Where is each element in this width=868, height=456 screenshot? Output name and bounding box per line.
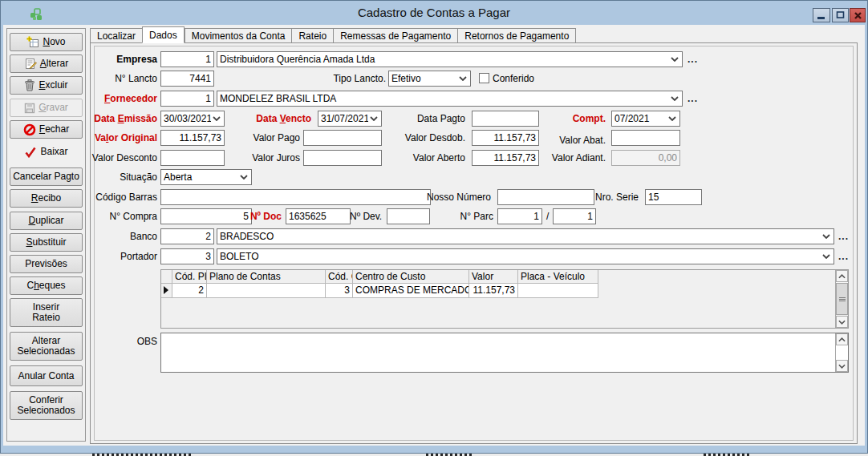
previsoes-button[interactable]: Previsões <box>10 255 83 273</box>
n-parc-field-2[interactable] <box>553 208 596 224</box>
nro-serie-label: Nro. Serie <box>586 189 639 205</box>
portador-label: Portador <box>88 248 157 264</box>
data-vencto-picker[interactable]: 31/07/2021 <box>318 111 382 127</box>
alterar-selecionadas-button[interactable]: Alterar Selecionadas <box>10 332 83 361</box>
grid-scroll-up-button[interactable] <box>836 270 848 282</box>
n-dev-label: Nº Dev. <box>350 208 382 224</box>
portador-combobox[interactable]: BOLETO <box>217 248 834 264</box>
alterar-label: Alterar <box>40 59 68 69</box>
valor-aberto-field[interactable] <box>472 150 539 166</box>
delete-icon <box>24 79 35 91</box>
tab-rateio[interactable]: Rateio <box>291 28 333 43</box>
n-lancto-label: N° Lancto <box>88 71 157 87</box>
n-doc-label: Nº Doc <box>242 208 282 224</box>
obs-scroll-down-button[interactable] <box>836 360 848 372</box>
obs-scroll-up-button[interactable] <box>836 333 848 345</box>
portador-browse-button[interactable]: ... <box>838 252 849 261</box>
n-lancto-field[interactable] <box>160 71 214 87</box>
conferido-label: Conferido <box>493 71 534 87</box>
grid-header-cod-c[interactable]: Cód. C <box>326 270 353 284</box>
grid-scrollbar[interactable] <box>835 270 848 328</box>
valor-juros-field[interactable] <box>303 150 382 166</box>
fornecedor-combobox[interactable]: MONDELEZ BRASIL LTDA <box>217 91 683 107</box>
valor-abat-field[interactable] <box>611 130 680 146</box>
gravar-button[interactable]: Gravar <box>10 99 83 117</box>
n-doc-field[interactable] <box>286 208 351 224</box>
alterar-button[interactable]: Alterar <box>10 54 83 73</box>
anular-conta-button[interactable]: Anular Conta <box>10 365 83 386</box>
n-compra-field[interactable] <box>160 208 252 224</box>
substituir-button[interactable]: Substituir <box>10 233 83 252</box>
chevron-down-icon <box>668 116 676 121</box>
grid-scroll-thumb[interactable] <box>836 283 848 315</box>
empresa-combobox[interactable]: Distribuidora Querência Amada Ltda <box>217 51 683 67</box>
compt-picker[interactable]: 07/2021 <box>611 111 680 127</box>
conferido-checkbox[interactable] <box>479 73 489 83</box>
cell-centro-de-custo[interactable]: COMPRAS DE MERCADORIAS <box>353 284 469 298</box>
banco-browse-button[interactable]: ... <box>838 232 849 241</box>
anular-conta-label: Anular Conta <box>18 371 74 381</box>
obs-textarea[interactable] <box>160 333 849 373</box>
grid-data-row[interactable]: 2 3 COMPRAS DE MERCADORIAS 11.157,73 <box>161 284 848 298</box>
n-parc-field-1[interactable] <box>497 208 542 224</box>
situacao-combobox[interactable]: Aberta <box>160 169 252 185</box>
new-record-icon <box>26 36 39 48</box>
valor-juros-label: Valor Juros <box>237 150 300 166</box>
fechar-button[interactable]: Fechar <box>10 120 83 139</box>
empresa-code-field[interactable] <box>160 51 214 67</box>
baixar-button[interactable]: Baixar <box>10 143 83 161</box>
duplicar-button[interactable]: Duplicar <box>10 212 83 230</box>
cell-placa-veiculo[interactable] <box>518 284 598 298</box>
alterar-selecionadas-label: Alterar Selecionadas <box>13 336 80 357</box>
banco-code-field[interactable] <box>160 228 214 244</box>
excluir-label: Excluir <box>39 80 67 91</box>
inserir-rateio-button[interactable]: Inserir Rateio <box>10 298 83 327</box>
grid-header-valor[interactable]: Valor <box>469 270 518 284</box>
n-dev-field[interactable] <box>387 208 430 224</box>
edit-icon <box>24 58 37 70</box>
maximize-button[interactable] <box>832 8 849 22</box>
excluir-button[interactable]: Excluir <box>10 76 83 95</box>
cell-valor[interactable]: 11.157,73 <box>469 284 518 298</box>
fornecedor-code-field[interactable] <box>160 91 214 107</box>
valor-desconto-field[interactable] <box>160 150 225 166</box>
cheques-button[interactable]: Cheques <box>10 276 83 295</box>
valor-pago-field[interactable] <box>303 130 382 146</box>
obs-label: OBS <box>88 333 157 349</box>
grid-header-cod-pl[interactable]: Cód. PL <box>172 270 207 284</box>
tab-dados[interactable]: Dados <box>142 26 185 43</box>
n-parc-separator: / <box>546 208 549 224</box>
window-title: Cadastro de Contas a Pagar <box>1 6 867 19</box>
nro-serie-field[interactable] <box>645 189 702 205</box>
valor-desdob-field[interactable] <box>472 130 539 146</box>
thumb-grip-icon <box>839 297 846 301</box>
cell-cod-pl[interactable]: 2 <box>172 284 207 298</box>
empresa-browse-button[interactable]: ... <box>688 54 698 64</box>
recibo-button[interactable]: Recibo <box>10 189 83 208</box>
tab-retornos-de-pagamento[interactable]: Retornos de Pagamento <box>457 28 576 43</box>
valor-original-field[interactable] <box>160 130 225 146</box>
minimize-button[interactable] <box>813 8 830 22</box>
tab-remessas-de-pagamento[interactable]: Remessas de Pagamento <box>333 28 457 43</box>
data-emissao-picker[interactable]: 30/03/2021 <box>160 111 225 127</box>
novo-button[interactable]: Novo <box>10 33 83 51</box>
cell-cod-c[interactable]: 3 <box>326 284 353 298</box>
grid-header-placa-veiculo[interactable]: Placa - Veículo <box>518 270 598 284</box>
obs-scrollbar[interactable] <box>835 333 848 372</box>
tab-movimentos-da-conta[interactable]: Movimentos da Conta <box>185 28 292 43</box>
grid-header-centro-de-custo[interactable]: Centro de Custo <box>353 270 469 284</box>
fornecedor-browse-button[interactable]: ... <box>688 94 698 103</box>
grid-scroll-down-button[interactable] <box>836 316 848 328</box>
tipo-lancto-combobox[interactable]: Efetivo <box>388 71 471 87</box>
banco-combobox[interactable]: BRADESCO <box>217 228 834 244</box>
conferir-selecionados-button[interactable]: Conferir Selecionados <box>10 391 83 420</box>
cancelar-pagto-button[interactable]: Cancelar Pagto <box>10 167 83 186</box>
codigo-barras-field[interactable] <box>160 189 431 205</box>
cell-plano-de-contas[interactable] <box>207 284 326 298</box>
portador-code-field[interactable] <box>160 248 214 264</box>
close-button[interactable] <box>850 8 866 22</box>
grid-header-plano-de-contas[interactable]: Plano de Contas <box>207 270 326 284</box>
tab-localizar[interactable]: Localizar <box>90 28 142 43</box>
data-pagto-field[interactable] <box>472 111 539 127</box>
nosso-numero-field[interactable] <box>497 189 594 205</box>
